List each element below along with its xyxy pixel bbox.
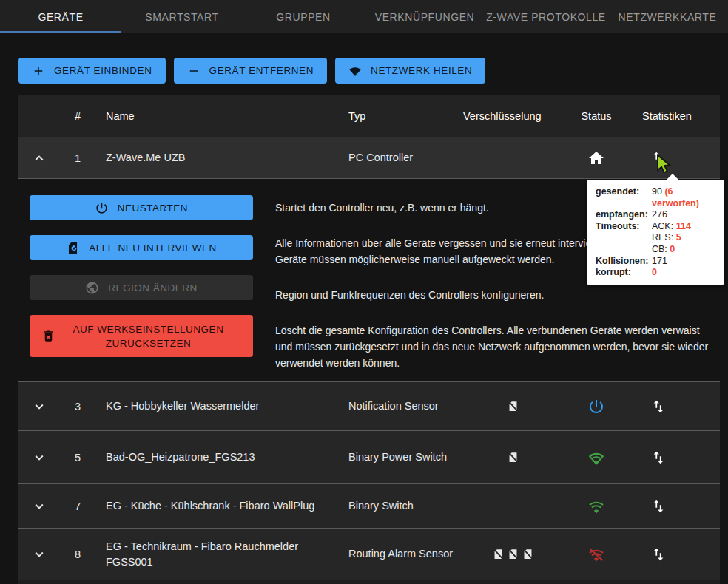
device-name: KG - Hobbykeller Wassermelder — [95, 398, 348, 414]
remove-device-button[interactable]: GERÄT ENTFERNEN — [174, 58, 328, 84]
heal-network-icon — [348, 64, 362, 78]
factory-reset-label: AUF WERKSEINSTELLUNGEN ZURÜCKSETZEN — [64, 322, 246, 350]
heal-network-button[interactable]: NETZWERK HEILEN — [335, 58, 485, 84]
swap-vert-icon[interactable] — [650, 449, 667, 466]
main-tabbar: GERÄTE SMARTSTART GRUPPEN VERKNÜPFUNGEN … — [0, 0, 728, 33]
key-off-icon — [522, 547, 534, 561]
chevron-down-icon — [31, 498, 47, 515]
swap-vert-icon[interactable] — [650, 498, 667, 515]
key-off-icon — [492, 547, 505, 561]
device-name: EG - Küche - Kühlschrank - Fibaro WallPl… — [95, 498, 348, 514]
expand-row-button[interactable] — [28, 495, 50, 517]
table-row[interactable]: 3 KG - Hobbykeller Wassermelder Notifica… — [18, 381, 720, 430]
collapse-row-button[interactable] — [28, 147, 50, 169]
table-row[interactable]: 7 EG - Küche - Kühlschrank - Fibaro Wall… — [18, 483, 720, 528]
device-name: EG - Technikraum - Fibaro Rauchmelder FG… — [95, 539, 348, 570]
device-table: # Name Typ Verschlüsselung Status Statis… — [18, 95, 720, 584]
header-name: Name — [95, 109, 348, 124]
key-off-icon — [507, 399, 519, 413]
key-off-icon — [507, 547, 519, 561]
change-region-label: REGION ÄNDERN — [108, 282, 198, 293]
device-toolbar: GERÄT EINBINDEN GERÄT ENTFERNEN NETZWERK… — [18, 58, 728, 84]
header-status: Status — [563, 110, 630, 122]
device-typ: PC Controller — [348, 150, 463, 166]
reinterview-all-button[interactable]: ALLE NEU INTERVIEWEN — [30, 235, 253, 260]
key-off-icon — [507, 450, 519, 464]
factory-reset-description: Löscht die gesamte Konfiguration des Con… — [275, 322, 714, 371]
power-icon — [95, 201, 109, 215]
tab-verknuepfungen[interactable]: VERKNÜPFUNGEN — [364, 0, 485, 33]
globe-icon — [85, 281, 99, 295]
reinterview-all-label: ALLE NEU INTERVIEWEN — [89, 242, 217, 254]
tooltip-caret — [667, 174, 678, 180]
tooltip-timeouts-label: Timeouts: — [596, 221, 652, 233]
device-id: 8 — [60, 549, 95, 560]
device-id: 1 — [60, 152, 95, 164]
include-device-label: GERÄT EINBINDEN — [54, 65, 152, 76]
device-name: Bad-OG_Heizpatrone_FGS213 — [95, 449, 348, 465]
heal-network-label: NETZWERK HEILEN — [371, 65, 472, 76]
controller-action-buttons: NEUSTARTEN ALLE NEU INTERVIEWEN REGION Ä… — [30, 195, 253, 371]
tooltip-sent-label: gesendet: — [596, 186, 652, 209]
wifi-off-red-icon — [587, 546, 605, 563]
tooltip-sent-value: 90 (6 verworfen) — [652, 186, 717, 209]
minus-icon — [187, 64, 200, 78]
factory-reset-button[interactable]: AUF WERKSEINSTELLUNGEN ZURÜCKSETZEN — [30, 315, 253, 357]
tab-netzwerkkarte[interactable]: NETZWERKKARTE — [607, 0, 728, 33]
device-typ: Notification Sensor — [348, 398, 463, 414]
remove-device-label: GERÄT ENTFERNEN — [209, 65, 314, 76]
home-icon — [587, 149, 605, 167]
delete-forever-icon — [41, 329, 55, 343]
wifi-green-icon — [587, 449, 605, 466]
restart-button[interactable]: NEUSTARTEN — [30, 195, 253, 220]
statistics-tooltip: gesendet: 90 (6 verworfen) empfangen: 27… — [587, 180, 724, 285]
chevron-down-icon — [31, 546, 47, 563]
tooltip-corrupt-value: 0 — [652, 267, 717, 279]
device-id: 5 — [60, 452, 95, 464]
table-row[interactable]: 8 EG - Technikraum - Fibaro Rauchmelder … — [18, 528, 720, 580]
restart-label: NEUSTARTEN — [118, 203, 188, 214]
table-header: # Name Typ Verschlüsselung Status Statis… — [18, 95, 720, 137]
device-id: 7 — [60, 500, 95, 512]
header-number: # — [60, 110, 95, 122]
tab-geraete[interactable]: GERÄTE — [0, 0, 121, 33]
header-encryption: Verschlüsselung — [463, 110, 563, 122]
device-typ: Binary Power Switch — [348, 449, 463, 465]
tooltip-ack-value: ACK: 114 — [652, 221, 717, 233]
header-typ: Typ — [348, 109, 463, 124]
change-region-button[interactable]: REGION ÄNDERN — [30, 275, 253, 300]
tooltip-received-label: empfangen: — [596, 209, 652, 221]
table-row[interactable]: 1 Z-Wave.Me UZB PC Controller — [18, 137, 720, 178]
header-statistics: Statistiken — [630, 110, 720, 122]
device-typ: Routing Alarm Sensor — [348, 546, 463, 562]
expand-row-button[interactable] — [28, 395, 50, 418]
chevron-up-icon — [31, 150, 47, 166]
expand-row-button[interactable] — [28, 543, 50, 566]
device-typ: Binary Switch — [348, 498, 463, 514]
tooltip-collisions-value: 171 — [652, 256, 717, 268]
chevron-down-icon — [31, 449, 47, 466]
tooltip-received-value: 276 — [652, 209, 717, 221]
tab-zwave-protokolle[interactable]: Z-WAVE PROTOKOLLE — [485, 0, 607, 33]
swap-vert-icon[interactable] — [650, 546, 667, 563]
reinterview-icon — [66, 241, 80, 255]
tooltip-collisions-label: Kollisionen: — [596, 256, 652, 268]
tooltip-corrupt-label: korrupt: — [596, 267, 652, 279]
include-device-button[interactable]: GERÄT EINBINDEN — [18, 58, 166, 84]
tooltip-cb-value: CB: 0 — [652, 244, 717, 256]
tooltip-res-value: RES: 5 — [652, 232, 717, 244]
tab-smartstart[interactable]: SMARTSTART — [121, 0, 243, 33]
tab-gruppen[interactable]: GRUPPEN — [243, 0, 364, 33]
power-blue-icon — [587, 398, 605, 415]
device-id: 3 — [60, 401, 95, 412]
swap-vert-icon[interactable] — [650, 150, 667, 166]
swap-vert-icon[interactable] — [650, 398, 667, 415]
table-row[interactable]: 5 Bad-OG_Heizpatrone_FGS213 Binary Power… — [18, 430, 720, 483]
next-row-partial — [18, 580, 720, 584]
plus-icon — [32, 64, 45, 78]
wifi-green-icon — [587, 498, 605, 515]
change-region-description: Region und Funkfrequenzen des Controller… — [275, 282, 714, 308]
device-name: Z-Wave.Me UZB — [95, 150, 348, 166]
expand-row-button[interactable] — [28, 447, 50, 469]
chevron-down-icon — [31, 398, 47, 415]
